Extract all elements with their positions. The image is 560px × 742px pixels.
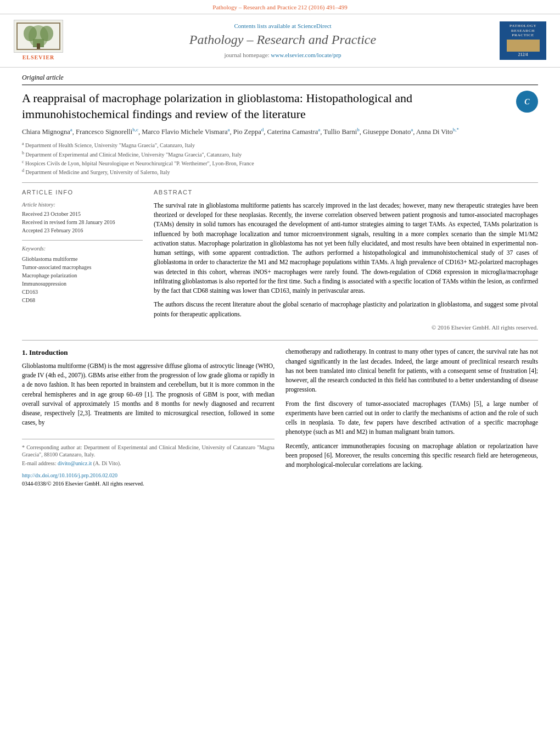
body-section: 1. Introduction Glioblastoma multiforme … xyxy=(22,340,538,487)
elsevier-wordmark: ELSEVIER xyxy=(23,54,55,62)
keyword-3: Macrophage polarization xyxy=(22,271,143,280)
journal-citation-bar: Pathology – Research and Practice 212 (2… xyxy=(0,0,560,14)
journal-logo-image xyxy=(507,40,540,52)
homepage-link[interactable]: www.elsevier.com/locate/prp xyxy=(271,52,341,58)
footnote-email: E-mail address: divito@unicz.it (A. Di V… xyxy=(22,460,275,467)
history-label: Article history: xyxy=(22,201,143,209)
abstract-header: ABSTRACT xyxy=(154,188,538,197)
body-two-col: 1. Introduction Glioblastoma multiforme … xyxy=(22,347,538,487)
journal-logo-box: PATHOLOGYRESEARCHPRACTICE 212/4 xyxy=(500,21,549,60)
keyword-1: Glioblastoma multiforme xyxy=(22,255,143,263)
divider xyxy=(22,240,143,241)
affiliation-c: c Hospices Civils de Lyon, hôpital Neuro… xyxy=(22,159,538,168)
svg-text:C: C xyxy=(524,98,530,106)
article-history: Article history: Received 23 October 201… xyxy=(22,201,143,235)
keywords-section: Keywords: Glioblastoma multiforme Tumor-… xyxy=(22,245,143,304)
homepage-label: journal homepage: xyxy=(224,52,271,58)
email-label: E-mail address: xyxy=(22,460,58,466)
sciencedirect-link[interactable]: ScienceDirect xyxy=(298,23,332,29)
received-revised-date: Received in revised form 28 January 2016 xyxy=(22,219,143,226)
article-info-abstract-section: ARTICLE INFO Article history: Received 2… xyxy=(22,182,538,332)
doi-link[interactable]: http://dx.doi.org/10.1016/j.prp.2016.02.… xyxy=(22,471,275,479)
journal-header: ELSEVIER Contents lists available at Sci… xyxy=(0,14,560,68)
journal-logo-title: PATHOLOGYRESEARCHPRACTICE xyxy=(509,24,536,37)
keyword-5: CD163 xyxy=(22,288,143,296)
abstract-paragraph-2: The authors discuss the recent literatur… xyxy=(154,300,538,319)
keyword-2: Tumor-associated macrophages xyxy=(22,263,143,271)
affiliations-section: a Department of Health Science, Universi… xyxy=(22,141,538,176)
article-info-column: ARTICLE INFO Article history: Received 2… xyxy=(22,188,143,332)
keywords-label: Keywords: xyxy=(22,245,143,253)
elsevier-logo: ELSEVIER xyxy=(11,20,66,62)
abstract-text: The survival rate in glioblastoma multif… xyxy=(154,201,538,319)
section1-para4: Recently, anticancer immunotherapies foc… xyxy=(285,442,538,470)
abstract-column: ABSTRACT The survival rate in glioblasto… xyxy=(154,188,538,332)
journal-header-center: Contents lists available at ScienceDirec… xyxy=(71,22,494,59)
body-col-right: chemotherapy and radiotherapy. In contra… xyxy=(285,347,538,487)
article-title: A reappraisal of macrophage polarization… xyxy=(22,91,508,122)
affiliation-d: d Department of Medicine and Surgery, Un… xyxy=(22,168,538,176)
svg-point-2 xyxy=(24,26,37,41)
journal-title: Pathology – Research and Practice xyxy=(71,31,494,49)
main-content: Original article A reappraisal of macrop… xyxy=(0,68,560,498)
crossmark-badge[interactable]: C xyxy=(516,91,538,113)
doi-section: http://dx.doi.org/10.1016/j.prp.2016.02.… xyxy=(22,471,275,488)
elsevier-logo-image xyxy=(14,20,63,53)
affiliation-a: a Department of Health Science, Universi… xyxy=(22,141,538,149)
section1-title: 1. Introduction xyxy=(22,347,275,358)
accepted-date: Accepted 23 February 2016 xyxy=(22,227,143,235)
journal-logo-num: 212/4 xyxy=(518,52,528,58)
contents-label: Contents lists available at xyxy=(234,23,297,29)
article-title-section: A reappraisal of macrophage polarization… xyxy=(22,91,538,122)
sciencedirect-label: Contents lists available at ScienceDirec… xyxy=(71,22,494,30)
keyword-6: CD68 xyxy=(22,296,143,304)
journal-homepage: journal homepage: www.elsevier.com/locat… xyxy=(71,51,494,59)
svg-rect-4 xyxy=(37,43,40,49)
email-link[interactable]: divito@unicz.it xyxy=(58,460,92,466)
email-suffix: (A. Di Vito). xyxy=(93,460,121,466)
affiliation-b: b Department of Experimental and Clinica… xyxy=(22,150,538,159)
received-date: Received 23 October 2015 xyxy=(22,210,143,218)
copyright-line: © 2016 Elsevier GmbH. All rights reserve… xyxy=(154,323,538,332)
journal-citation-text: Pathology – Research and Practice 212 (2… xyxy=(212,4,347,10)
abstract-paragraph-1: The survival rate in glioblastoma multif… xyxy=(154,201,538,296)
authors-line: Chiara Mignognaa, Francesco Signorellib,… xyxy=(22,126,538,137)
keyword-4: Immunosuppression xyxy=(22,280,143,288)
footnote-corresponding: * Corresponding author at: Department of… xyxy=(22,444,275,458)
body-col-left: 1. Introduction Glioblastoma multiforme … xyxy=(22,347,275,487)
section1-para3: From the first discovery of tumor-associ… xyxy=(285,399,538,437)
section1-para1: Glioblastoma multiforme (GBM) is the mos… xyxy=(22,361,275,428)
article-type-label: Original article xyxy=(22,73,538,85)
svg-point-3 xyxy=(40,26,53,41)
issn-line: 0344-0338/© 2016 Elsevier GmbH. All righ… xyxy=(22,479,275,488)
article-info-header: ARTICLE INFO xyxy=(22,188,143,197)
footnote-section: * Corresponding author at: Department of… xyxy=(22,439,275,467)
section1-para2: chemotherapy and radiotherapy. In contra… xyxy=(285,347,538,394)
